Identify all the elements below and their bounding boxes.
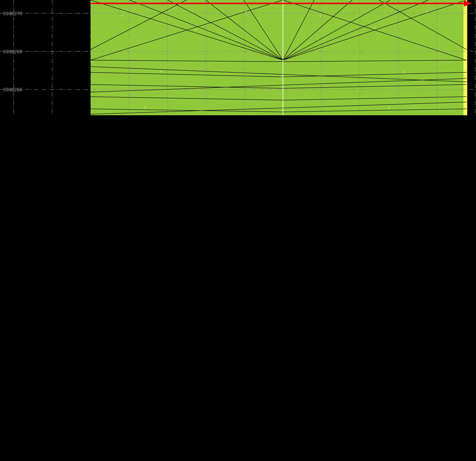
svg-text:↑: ↑ [426,10,428,15]
svg-text:↑: ↑ [403,70,405,75]
svg-text:↑: ↑ [319,13,321,18]
svg-text:↑: ↑ [144,105,146,110]
plan-y-label: 5938268 [3,87,22,93]
plan-y-label: 5938269 [3,49,22,55]
svg-text:←: ← [159,68,164,73]
svg-text:←: ← [373,25,377,30]
svg-text:↑: ↑ [121,13,123,18]
plan-view-canvas[interactable]: ↑←↑ ↑←↑ ←↑↑ ↑←↑ ↑←↑ ↑↑ 5938270 5938269 5… [0,0,476,115]
svg-text:←: ← [194,26,198,31]
plan-drawing: ↑←↑ ↑←↑ ←↑↑ ↑←↑ ↑←↑ ↑↑ [0,0,476,115]
svg-text:↑: ↑ [388,105,390,110]
svg-text:↑: ↑ [280,74,282,79]
surface-edge-strip [463,0,467,115]
application-window: ↑←↑ ↑←↑ ←↑↑ ↑←↑ ↑←↑ ↑↑ 5938270 5938269 5… [0,0,476,115]
plan-y-label: 5938270 [3,11,22,17]
svg-text:↑: ↑ [245,10,247,15]
svg-text:←: ← [266,112,270,115]
